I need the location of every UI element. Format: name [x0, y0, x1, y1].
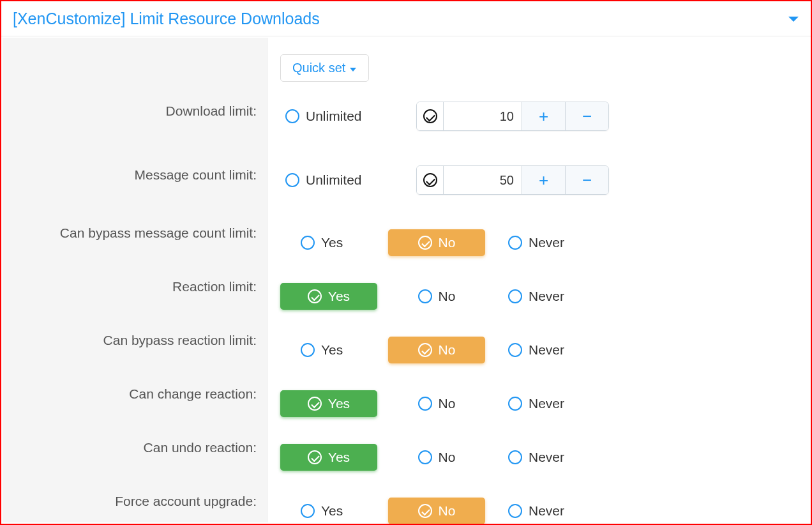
bypass-reaction-never[interactable]: Never — [499, 337, 573, 363]
radio-selected-icon — [423, 173, 437, 187]
panel-header: [XenCustomize] Limit Resource Downloads — [1, 1, 811, 36]
radio-unselected-icon — [508, 450, 522, 464]
undo-reaction-no[interactable]: No — [409, 444, 465, 471]
bypass-msg-no[interactable]: No — [388, 229, 485, 256]
label-bypass-message-count: Can bypass message count limit: — [60, 225, 257, 241]
radio-unselected-icon — [301, 343, 315, 357]
label-force-upgrade: Force account upgrade: — [115, 494, 257, 509]
bypass-msg-never[interactable]: Never — [499, 229, 573, 256]
radio-unselected-icon — [418, 397, 432, 411]
row-force-upgrade: Yes No Never — [280, 484, 809, 525]
radio-unselected-icon — [508, 397, 522, 411]
row-change-reaction: Yes No Never — [280, 377, 809, 430]
force-upgrade-yes[interactable]: Yes — [280, 498, 352, 524]
message-count-input[interactable] — [444, 166, 522, 194]
row-reaction-limit: Yes No Never — [280, 270, 809, 323]
radio-unselected-icon — [418, 450, 432, 464]
label-reaction-limit: Reaction limit: — [172, 279, 257, 294]
bypass-msg-yes[interactable]: Yes — [280, 229, 352, 256]
unlimited-label: Unlimited — [306, 109, 362, 124]
panel-frame: [XenCustomize] Limit Resource Downloads … — [0, 0, 812, 525]
reaction-limit-no[interactable]: No — [409, 283, 465, 310]
radio-unselected-icon — [508, 236, 522, 250]
download-limit-increment[interactable]: + — [522, 102, 565, 130]
row-bypass-reaction: Yes No Never — [280, 323, 809, 377]
bypass-reaction-no[interactable]: No — [388, 337, 485, 363]
radio-unselected-icon — [508, 504, 522, 518]
undo-reaction-never[interactable]: Never — [499, 444, 573, 471]
force-upgrade-never[interactable]: Never — [499, 498, 573, 524]
controls-column: Quick set Unlimited + − — [280, 38, 809, 525]
change-reaction-yes[interactable]: Yes — [280, 390, 377, 417]
quick-set-button[interactable]: Quick set — [280, 54, 369, 82]
bypass-reaction-yes[interactable]: Yes — [280, 337, 352, 363]
radio-unselected-icon — [508, 343, 522, 357]
download-limit-input[interactable] — [444, 102, 522, 130]
message-count-unlimited-radio[interactable]: Unlimited — [285, 172, 391, 188]
message-count-number: + − — [416, 165, 609, 195]
reaction-limit-yes[interactable]: Yes — [280, 283, 377, 310]
check-icon — [308, 397, 322, 411]
undo-reaction-yes[interactable]: Yes — [280, 444, 377, 471]
radio-unselected-icon — [508, 289, 522, 303]
download-limit-decrement[interactable]: − — [565, 102, 608, 130]
download-limit-unlimited-radio[interactable]: Unlimited — [285, 109, 391, 124]
caret-down-icon — [349, 61, 357, 75]
row-undo-reaction: Yes No Never — [280, 430, 809, 484]
radio-unselected-icon — [301, 504, 315, 518]
label-column: Download limit: Message count limit: Can… — [3, 38, 267, 522]
radio-unselected-icon — [301, 236, 315, 250]
check-icon — [418, 236, 432, 250]
unlimited-label: Unlimited — [306, 172, 362, 188]
reaction-limit-never[interactable]: Never — [499, 283, 573, 310]
message-count-increment[interactable]: + — [522, 166, 565, 194]
radio-unselected-icon — [285, 109, 299, 123]
row-download-limit: Unlimited + − — [280, 84, 809, 148]
collapse-toggle-icon[interactable] — [788, 11, 799, 26]
radio-unselected-icon — [418, 289, 432, 303]
message-count-decrement[interactable]: − — [565, 166, 608, 194]
label-change-reaction: Can change reaction: — [129, 386, 257, 402]
message-count-value-radio[interactable] — [417, 166, 444, 194]
label-download-limit: Download limit: — [166, 103, 257, 119]
force-upgrade-no[interactable]: No — [388, 498, 485, 524]
check-icon — [418, 343, 432, 357]
change-reaction-no[interactable]: No — [409, 390, 465, 417]
check-icon — [308, 450, 322, 464]
radio-unselected-icon — [285, 173, 299, 187]
label-undo-reaction: Can undo reaction: — [144, 440, 257, 455]
check-icon — [308, 289, 322, 303]
change-reaction-never[interactable]: Never — [499, 390, 573, 417]
quick-set-label: Quick set — [292, 61, 345, 75]
label-bypass-reaction: Can bypass reaction limit: — [103, 333, 257, 348]
download-limit-value-radio[interactable] — [417, 102, 444, 130]
label-message-count-limit: Message count limit: — [135, 167, 257, 183]
check-icon — [418, 504, 432, 518]
row-bypass-message-count: Yes No Never — [280, 216, 809, 270]
panel-title: [XenCustomize] Limit Resource Downloads — [13, 10, 320, 28]
download-limit-number: + − — [416, 102, 609, 131]
row-message-count-limit: Unlimited + − — [280, 148, 809, 212]
radio-selected-icon — [423, 109, 437, 123]
